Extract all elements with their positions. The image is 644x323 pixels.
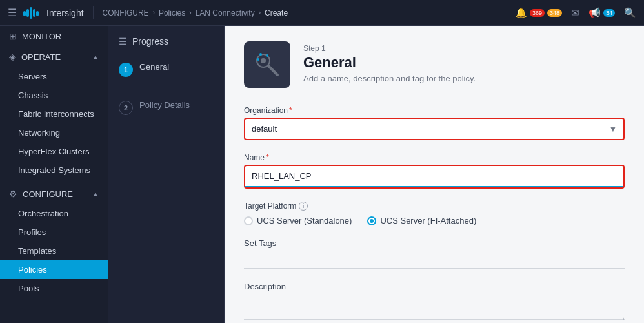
configure-icon: ⚙ [9,189,17,199]
form-title-group: Step 1 General Add a name, description a… [303,41,476,83]
sidebar-item-profiles[interactable]: Profiles [0,223,108,242]
progress-step-1[interactable]: 1 General [108,57,224,82]
target-platform-info-icon[interactable]: i [299,202,308,211]
sidebar-item-fabric-interconnects[interactable]: Fabric Interconnects [0,105,108,123]
progress-header: ☰ Progress [108,36,224,57]
breadcrumb-sep-1: › [153,9,155,16]
sidebar-item-hyperflex[interactable]: HyperFlex Clusters [0,142,108,161]
description-field: Description ⌟ <= 1024 [244,282,625,322]
sidebar-item-networking[interactable]: Networking [0,123,108,142]
sidebar-item-servers[interactable]: Servers [0,67,108,86]
message-icon[interactable]: ✉ [571,7,579,19]
sidebar-item-orchestration[interactable]: Orchestration [0,204,108,223]
search-icon[interactable]: 🔍 [624,7,636,19]
radio-standalone[interactable]: UCS Server (Standalone) [244,216,352,225]
svg-rect-2 [30,7,32,19]
announcement-group[interactable]: 📢 34 [589,7,615,19]
target-platform-field: Target Platform i UCS Server (Standalone… [244,202,625,225]
sidebar-configure-label: CONFIGURE [23,189,73,199]
set-tags-label: Set Tags [244,238,625,248]
breadcrumb-sep-2: › [189,9,191,16]
announce-icon[interactable]: 📢 [589,7,601,19]
sidebar-item-chassis[interactable]: Chassis [0,86,108,105]
announce-badge: 34 [603,9,615,17]
topbar: ☰ Intersight CONFIGURE › Policies › LAN … [0,0,644,26]
operate-collapse-icon: ▲ [92,54,99,61]
name-input[interactable] [245,166,623,187]
sidebar-item-templates[interactable]: Templates [0,242,108,260]
step-2-circle: 2 [119,101,133,115]
step-connector [126,82,126,95]
organization-select[interactable]: default [245,119,609,139]
progress-step-2[interactable]: 2 Policy Details [108,95,224,120]
main-layout: ⊞ MONITOR ◈ OPERATE ▲ Servers Chassis Fa… [0,26,644,323]
radio-fi-attached-circle [367,216,376,225]
bell-icon[interactable]: 🔔 [515,7,527,19]
sidebar-item-integrated-systems[interactable]: Integrated Systems [0,161,108,180]
svg-rect-0 [23,11,26,16]
description-textarea[interactable] [244,294,625,320]
step-number: Step 1 [303,44,476,53]
menu-icon[interactable]: ☰ [8,6,17,19]
svg-point-6 [261,58,266,63]
breadcrumb-create: Create [265,8,288,17]
target-platform-label: Target Platform i [244,202,625,211]
radio-standalone-circle [244,216,253,225]
sidebar-operate-header[interactable]: ◈ OPERATE ▲ [0,47,108,67]
tags-box[interactable] [244,251,625,269]
radio-fi-attached-dot [370,219,374,223]
radio-fi-attached[interactable]: UCS Server (FI-Attached) [367,216,476,225]
organization-field: Organization* default ▼ [244,106,625,140]
name-field: Name* [244,153,625,189]
breadcrumb-policies[interactable]: Policies [159,8,185,17]
topbar-icons: 🔔 369 348 ✉ 📢 34 🔍 [515,7,636,19]
sidebar-operate-label: OPERATE [21,52,61,62]
configure-collapse-icon: ▲ [92,191,99,198]
org-dropdown-icon: ▼ [609,125,623,134]
form-title: General [303,54,476,71]
breadcrumb-lan[interactable]: LAN Connectivity [196,8,255,17]
description-box: ⌟ <= 1024 [244,294,625,322]
svg-line-7 [268,66,277,75]
sidebar-configure-header[interactable]: ⚙ CONFIGURE ▲ [0,183,108,204]
logo-group: Intersight [23,7,84,19]
gear-wrench-icon [252,49,283,80]
form-description: Add a name, description and tag for the … [303,74,476,83]
sidebar-configure-items: Orchestration Profiles Templates Policie… [0,204,108,298]
svg-rect-4 [36,11,39,16]
notification-group[interactable]: 🔔 369 348 [515,7,562,19]
content-area: ☰ Progress 1 General 2 Policy Details [108,26,644,323]
svg-point-10 [257,58,259,61]
sidebar-monitor[interactable]: ⊞ MONITOR [0,26,108,47]
description-label: Description [244,282,625,291]
sidebar-operate-items: Servers Chassis Fabric Interconnects Net… [0,67,108,180]
organization-label: Organization* [244,106,625,115]
breadcrumb-sep-3: › [259,9,261,16]
target-platform-radio-group: UCS Server (Standalone) UCS Server (FI-A… [244,216,625,225]
step-1-label: General [139,62,169,72]
radio-fi-attached-label: UCS Server (FI-Attached) [380,216,476,225]
error-badge: 369 [530,9,545,17]
name-label: Name* [244,153,625,162]
radio-standalone-label: UCS Server (Standalone) [257,216,352,225]
monitor-icon: ⊞ [9,31,17,41]
svg-rect-1 [26,9,29,17]
form-panel: Step 1 General Add a name, description a… [225,26,644,323]
warning-badge: 348 [547,9,562,17]
messages-group[interactable]: ✉ [571,7,579,19]
organization-select-box: default ▼ [244,118,625,140]
topbar-divider [93,6,94,19]
svg-rect-3 [33,9,35,17]
breadcrumb-configure[interactable]: CONFIGURE [103,8,149,17]
progress-lines-icon: ☰ [119,36,127,47]
sidebar-item-pools[interactable]: Pools [0,279,108,298]
form-icon [244,41,290,88]
sidebar: ⊞ MONITOR ◈ OPERATE ▲ Servers Chassis Fa… [0,26,108,323]
step-1-circle: 1 [119,63,133,77]
set-tags-field: Set Tags [244,238,625,269]
app-name: Intersight [46,8,84,18]
step-2-label: Policy Details [139,100,190,110]
sidebar-item-policies[interactable]: Policies [0,260,108,279]
sidebar-monitor-label: MONITOR [22,32,61,41]
cisco-logo-icon [23,7,43,19]
